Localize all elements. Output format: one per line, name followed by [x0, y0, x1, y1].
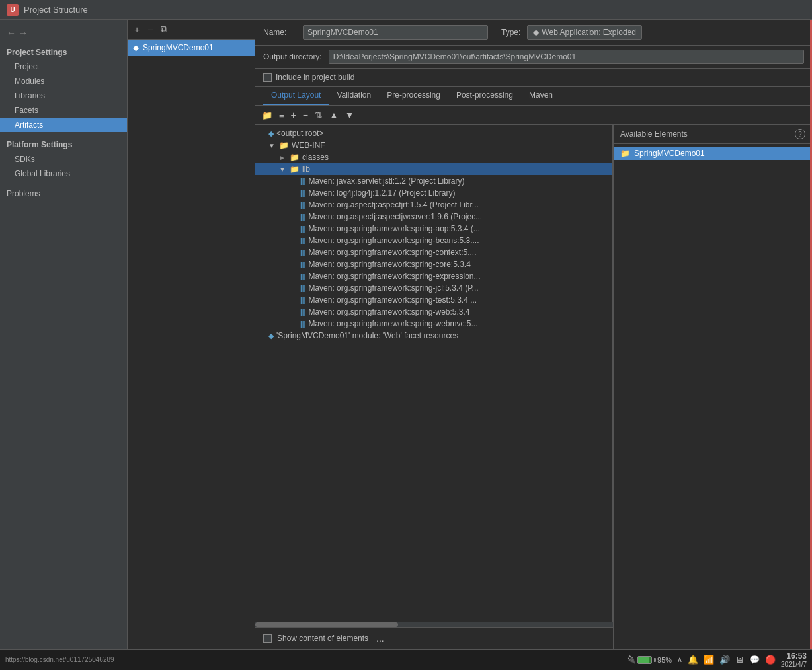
- spring-aop-label: Maven: org.springframework:spring-aop:5.…: [308, 224, 479, 233]
- available-help-button[interactable]: ?: [795, 129, 805, 139]
- tree-item-spring-web[interactable]: ||| Maven: org.springframework:spring-we…: [255, 306, 612, 318]
- taskbar-left: https://blog.csdn.net/u011725046289: [5, 656, 114, 663]
- tree-item-spring-core[interactable]: ||| Maven: org.springframework:spring-co…: [255, 258, 612, 270]
- sidebar-item-facets[interactable]: Facets: [0, 103, 127, 118]
- sidebar-item-libraries[interactable]: Libraries: [0, 89, 127, 103]
- name-input[interactable]: [303, 25, 488, 40]
- tree-item-aspectjweaver[interactable]: ||| Maven: org.aspectj:aspectjweaver:1.9…: [255, 211, 612, 223]
- nav-forward-icon[interactable]: →: [19, 28, 28, 38]
- sidebar-item-problems[interactable]: Problems: [0, 181, 127, 201]
- artifact-toolbar: + − ⧉: [128, 20, 255, 40]
- sidebar-item-project[interactable]: Project: [0, 59, 127, 74]
- output-dir-input[interactable]: [329, 50, 804, 64]
- tree-item-webinf[interactable]: ▼ 📁 WEB-INF: [255, 139, 612, 151]
- notification-icon[interactable]: 🔔: [688, 655, 698, 665]
- tree-item-spring-test[interactable]: ||| Maven: org.springframework:spring-te…: [255, 294, 612, 306]
- volume-icon[interactable]: 🔊: [719, 655, 730, 665]
- tree-scrollbar-thumb: [255, 622, 398, 627]
- spring-web-label: Maven: org.springframework:spring-web:5.…: [308, 307, 469, 316]
- content-split: + − ⧉ ◆ SpringMVCDemo01 Name: Type:: [128, 20, 812, 649]
- tree-item-aspectjrt[interactable]: ||| Maven: org.aspectj:aspectjrt:1.5.4 (…: [255, 199, 612, 211]
- tab-post-processing[interactable]: Post-processing: [448, 87, 521, 105]
- module-label: 'SpringMVCDemo01' module: 'Web' facet re…: [276, 331, 458, 340]
- tree-item-classes[interactable]: ► 📁 classes: [255, 151, 612, 163]
- jstl-label: Maven: javax.servlet:jstl:1.2 (Project L…: [308, 176, 464, 186]
- jstl-maven-icon: |||: [300, 178, 305, 185]
- output-remove-button[interactable]: −: [300, 108, 311, 122]
- network-icon[interactable]: 🖥: [735, 655, 744, 665]
- output-sort-button[interactable]: ⇅: [312, 108, 325, 122]
- spring-test-maven-icon: |||: [300, 297, 305, 304]
- name-label: Name:: [263, 28, 296, 37]
- aspectjrt-label: Maven: org.aspectj:aspectjrt:1.5.4 (Proj…: [308, 200, 478, 209]
- output-up-button[interactable]: ▲: [327, 108, 341, 122]
- tree-item-jstl[interactable]: ||| Maven: javax.servlet:jstl:1.2 (Proje…: [255, 175, 612, 187]
- remove-artifact-button[interactable]: −: [145, 23, 155, 36]
- tree-item-spring-jcl[interactable]: ||| Maven: org.springframework:spring-jc…: [255, 282, 612, 294]
- spring-webmvc-maven-icon: |||: [300, 320, 305, 328]
- spring-expression-label: Maven: org.springframework:spring-expres…: [308, 272, 480, 281]
- clock: 16:53 2021/4/7: [781, 651, 807, 668]
- taskbar: https://blog.csdn.net/u011725046289 🔌 95…: [0, 649, 812, 670]
- add-artifact-button[interactable]: +: [132, 23, 142, 36]
- sidebar-item-artifacts[interactable]: Artifacts: [0, 118, 127, 132]
- bottom-bar: Show content of elements ...: [255, 627, 613, 649]
- sidebar-item-modules[interactable]: Modules: [0, 74, 127, 89]
- detail-panel: Name: Type: ◆ Web Application: Exploded …: [255, 20, 812, 649]
- tab-maven[interactable]: Maven: [521, 87, 561, 105]
- aspectjweaver-maven-icon: |||: [300, 213, 305, 221]
- tree-item-spring-beans[interactable]: ||| Maven: org.springframework:spring-be…: [255, 235, 612, 246]
- tree-item-lib[interactable]: ▼ 📁 lib: [255, 163, 612, 175]
- tab-output-layout[interactable]: Output Layout: [263, 87, 329, 105]
- artifact-list-item[interactable]: ◆ SpringMVCDemo01: [128, 40, 255, 56]
- output-add-button[interactable]: +: [288, 108, 299, 122]
- tree-item-spring-expression[interactable]: ||| Maven: org.springframework:spring-ex…: [255, 270, 612, 282]
- tree-item-output-root[interactable]: ◆ <output root>: [255, 128, 612, 139]
- webinf-arrow-icon: ▼: [268, 142, 276, 149]
- sidebar-item-global-libraries[interactable]: Global Libraries: [0, 167, 127, 181]
- tree-item-module[interactable]: ◆ 'SpringMVCDemo01' module: 'Web' facet …: [255, 330, 612, 342]
- available-item-springmvcdemo01[interactable]: 📁 SpringMVCDemo01: [614, 147, 812, 160]
- tab-validation[interactable]: Validation: [329, 87, 379, 105]
- type-value: ◆ Web Application: Exploded: [527, 25, 642, 40]
- spring-webmvc-label: Maven: org.springframework:spring-webmvc…: [308, 319, 477, 328]
- available-elements-list: 📁 SpringMVCDemo01: [614, 144, 812, 649]
- clock-date: 2021/4/7: [781, 661, 807, 668]
- type-diamond-icon: ◆: [533, 28, 539, 37]
- title-bar-text: Project Structure: [24, 5, 88, 15]
- chevron-icon[interactable]: ∧: [677, 655, 682, 664]
- include-checkbox[interactable]: [263, 73, 272, 82]
- show-content-checkbox[interactable]: [263, 634, 272, 643]
- spring-context-maven-icon: |||: [300, 249, 305, 256]
- type-label: Type:: [501, 28, 520, 37]
- tree-item-log4j[interactable]: ||| Maven: log4j:log4j:1.2.17 (Project L…: [255, 187, 612, 199]
- available-item-label: SpringMVCDemo01: [634, 149, 705, 158]
- project-settings-title: Project Settings: [0, 42, 127, 59]
- output-down-button[interactable]: ▼: [343, 108, 357, 122]
- spring-jcl-maven-icon: |||: [300, 285, 305, 292]
- sidebar-nav: ← →: [0, 25, 127, 41]
- sidebar-item-sdks[interactable]: SDKs: [0, 152, 127, 167]
- tree-item-spring-aop[interactable]: ||| Maven: org.springframework:spring-ao…: [255, 223, 612, 235]
- taskbar-icon1[interactable]: 💬: [749, 655, 760, 665]
- wifi-icon[interactable]: 📶: [704, 655, 714, 665]
- output-dir-row: Output directory:: [255, 46, 812, 69]
- show-content-dots-button[interactable]: ...: [374, 632, 387, 645]
- spring-jcl-label: Maven: org.springframework:spring-jcl:5.…: [308, 283, 478, 293]
- spring-core-maven-icon: |||: [300, 261, 305, 268]
- output-folder-button[interactable]: 📁: [259, 109, 275, 122]
- content-area: + − ⧉ ◆ SpringMVCDemo01 Name: Type:: [128, 20, 812, 649]
- tree-item-spring-webmvc[interactable]: ||| Maven: org.springframework:spring-we…: [255, 318, 612, 330]
- tab-pre-processing[interactable]: Pre-processing: [379, 87, 448, 105]
- battery-icon: [637, 656, 652, 664]
- output-list-button[interactable]: ≡: [276, 109, 287, 122]
- tree-scrollbar[interactable]: [255, 622, 613, 627]
- tree-item-spring-context[interactable]: ||| Maven: org.springframework:spring-co…: [255, 246, 612, 258]
- artifact-name: SpringMVCDemo01: [143, 43, 214, 52]
- available-elements-title: Available Elements: [620, 130, 688, 139]
- nav-back-icon[interactable]: ←: [7, 28, 16, 38]
- copy-artifact-button[interactable]: ⧉: [158, 22, 170, 36]
- battery-indicator: 🔌 95%: [627, 655, 672, 664]
- taskbar-icon2[interactable]: 🔴: [765, 655, 776, 665]
- show-content-label: Show content of elements: [277, 634, 368, 643]
